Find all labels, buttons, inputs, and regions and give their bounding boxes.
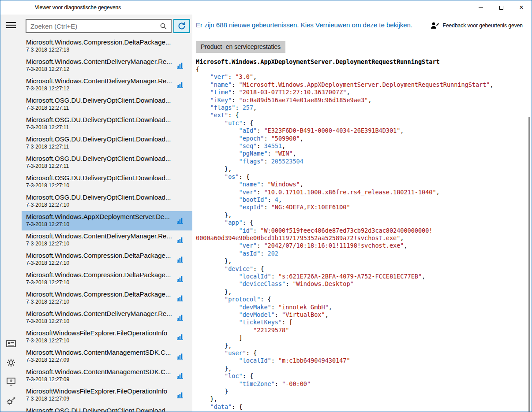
event-list-item[interactable]: Microsoft.OSG.DU.DeliveryOptClient.Downl… <box>22 192 192 211</box>
event-title: Microsoft.Windows.Compression.DeltaPacka… <box>26 271 174 278</box>
event-list-item[interactable]: Microsoft.Windows.ContentDeliveryManager… <box>22 308 192 327</box>
chart-icon <box>176 62 184 69</box>
settings-button[interactable] <box>5 356 17 369</box>
refresh-button[interactable] <box>173 19 190 33</box>
event-time: 7-3-2018 12:27:10 <box>26 221 174 227</box>
event-list-item[interactable]: MicrosoftWindowsFileExplorer.FileOperati… <box>22 327 192 347</box>
event-list-item[interactable]: Microsoft.Windows.Compression.DeltaPacka… <box>22 269 192 289</box>
event-title: Microsoft.Windows.ContentManagementSDK.C… <box>26 349 174 356</box>
minimize-icon <box>479 7 483 8</box>
event-title: Microsoft.Windows.ContentManagementSDK.C… <box>26 368 174 375</box>
event-title: Microsoft.Windows.ContentDeliveryManager… <box>26 232 174 240</box>
chart-icon <box>176 314 184 321</box>
event-list-item[interactable]: Microsoft.OSG.DU.DeliveryOptClient.Downl… <box>22 95 192 114</box>
event-list-item[interactable]: Microsoft.OSG.DU.DeliveryOptClient.Downl… <box>22 405 192 412</box>
event-time: 7-3-2018 12:27:12 <box>26 66 174 72</box>
event-title: Microsoft.OSG.DU.DeliveryOptClient.Downl… <box>26 155 174 162</box>
event-time: 7-3-2018 12:27:09 <box>26 357 174 363</box>
event-list-item[interactable]: Microsoft.Windows.AppXDeploymentServer.D… <box>22 211 192 230</box>
event-list-item[interactable]: Microsoft.Windows.Compression.DeltaPacka… <box>22 289 192 308</box>
event-title: Microsoft.Windows.ContentDeliveryManager… <box>26 310 174 317</box>
sidebar: Microsoft.Windows.Compression.DeltaPacka… <box>0 15 192 412</box>
minimize-button[interactable] <box>471 0 491 15</box>
event-time: 7-3-2018 12:27:10 <box>26 279 174 286</box>
event-time: 7-3-2018 12:27:10 <box>26 202 174 208</box>
event-list-item[interactable]: Microsoft.OSG.DU.DeliveryOptClient.Downl… <box>22 134 192 153</box>
event-title: Microsoft.OSG.DU.DeliveryOptClient.Downl… <box>26 174 174 182</box>
refresh-icon <box>177 22 186 30</box>
titlebar: Viewer voor diagnostische gegevens × <box>0 0 532 15</box>
event-title: Microsoft.Windows.ContentDeliveryManager… <box>26 77 174 85</box>
event-list-item[interactable]: Microsoft.Windows.ContentManagementSDK.C… <box>22 347 192 366</box>
json-viewer: { "ver": "3.0", "name": "Microsoft.Windo… <box>196 66 527 411</box>
event-time: 7-3-2018 12:27:13 <box>26 47 174 53</box>
event-list-item[interactable]: Microsoft.OSG.DU.DeliveryOptClient.Downl… <box>22 172 192 192</box>
event-list: Microsoft.Windows.Compression.DeltaPacka… <box>22 37 192 412</box>
chart-icon <box>176 82 184 88</box>
chart-icon <box>176 275 184 282</box>
event-title: MicrosoftWindowsFileExplorer.FileOperati… <box>26 329 174 337</box>
banner-row: Er zijn 688 nieuwe gebeurtenissen. Kies … <box>196 15 527 30</box>
event-list-item[interactable]: Microsoft.Windows.Compression.DeltaPacka… <box>22 37 192 56</box>
event-list-item[interactable]: Microsoft.Windows.ContentManagementSDK.C… <box>22 366 192 386</box>
event-time: 7-3-2018 12:27:11 <box>26 144 174 150</box>
event-title: Microsoft.OSG.DU.DeliveryOptClient.Downl… <box>26 407 174 412</box>
problem-reports-button[interactable] <box>4 376 18 388</box>
event-title: Microsoft.OSG.DU.DeliveryOptClient.Downl… <box>26 97 174 104</box>
search-box <box>26 19 172 33</box>
category-chip[interactable]: Product- en serviceprestaties <box>196 41 285 53</box>
event-title: Microsoft.Windows.ContentDeliveryManager… <box>26 58 174 65</box>
export-data-button[interactable] <box>4 338 18 349</box>
event-detail-title: Microsoft.Windows.AppXDeploymentServer.D… <box>196 58 527 65</box>
window-controls: × <box>471 0 532 15</box>
event-time: 7-3-2018 12:27:10 <box>26 260 174 266</box>
event-time: 7-3-2018 12:27:11 <box>26 163 174 169</box>
new-events-banner: Er zijn 688 nieuwe gebeurtenissen. Kies … <box>196 21 420 29</box>
app-body: Microsoft.Windows.Compression.DeltaPacka… <box>0 15 532 412</box>
search-row <box>26 19 190 33</box>
data-card-icon <box>6 340 16 348</box>
chart-icon <box>176 392 184 398</box>
event-title: Microsoft.Windows.Compression.DeltaPacka… <box>26 290 174 298</box>
chart-icon <box>176 334 184 340</box>
preferences-button[interactable] <box>4 395 18 407</box>
event-list-item[interactable]: Microsoft.Windows.Compression.DeltaPacka… <box>22 250 192 269</box>
window-title: Viewer voor diagnostische gegevens <box>35 4 121 11</box>
menu-button[interactable] <box>4 20 18 30</box>
gear-wrench-icon <box>6 397 16 405</box>
event-detail-panel: Er zijn 688 nieuwe gebeurtenissen. Kies … <box>192 15 532 412</box>
chart-icon <box>176 372 184 379</box>
event-list-item[interactable]: Microsoft.Windows.ContentDeliveryManager… <box>22 230 192 250</box>
feedback-button[interactable]: Feedback voor gebeurtenis geven <box>427 21 525 30</box>
event-list-item[interactable]: Microsoft.Windows.ContentDeliveryManager… <box>22 56 192 75</box>
event-list-item[interactable]: MicrosoftWindowsFileExplorer.FileOperati… <box>22 386 192 405</box>
event-time: 7-3-2018 12:27:11 <box>26 124 174 130</box>
event-title: MicrosoftWindowsFileExplorer.FileOperati… <box>26 387 174 395</box>
hamburger-icon <box>6 22 16 29</box>
search-icon <box>160 23 171 30</box>
sidebar-content: Microsoft.Windows.Compression.DeltaPacka… <box>22 15 192 412</box>
nav-rail-bottom <box>4 338 18 407</box>
chart-icon <box>176 217 184 224</box>
event-title: Microsoft.OSG.DU.DeliveryOptClient.Downl… <box>26 193 174 201</box>
event-time: 7-3-2018 12:27:11 <box>26 105 174 111</box>
event-list-item[interactable]: Microsoft.Windows.ContentDeliveryManager… <box>22 75 192 95</box>
gear-icon <box>7 358 15 367</box>
search-input[interactable] <box>26 22 160 30</box>
scrollbar-thumb[interactable] <box>528 117 530 412</box>
event-title: Microsoft.OSG.DU.DeliveryOptClient.Downl… <box>26 116 174 123</box>
event-time: 7-3-2018 12:27:09 <box>26 376 174 382</box>
feedback-label: Feedback voor gebeurtenis geven <box>443 22 523 29</box>
event-time: 7-3-2018 12:27:10 <box>26 241 174 247</box>
chart-icon <box>176 295 184 301</box>
maximize-button[interactable] <box>491 0 511 15</box>
feedback-icon <box>430 22 439 30</box>
close-button[interactable]: × <box>511 0 532 15</box>
app-window: Viewer voor diagnostische gegevens × <box>0 0 532 412</box>
event-list-item[interactable]: Microsoft.OSG.DU.DeliveryOptClient.Downl… <box>22 153 192 172</box>
maximize-icon <box>499 6 503 10</box>
monitor-download-icon <box>6 378 16 386</box>
event-list-item[interactable]: Microsoft.OSG.DU.DeliveryOptClient.Downl… <box>22 114 192 134</box>
nav-rail <box>0 15 22 412</box>
event-title: Microsoft.Windows.Compression.DeltaPacka… <box>26 38 174 46</box>
